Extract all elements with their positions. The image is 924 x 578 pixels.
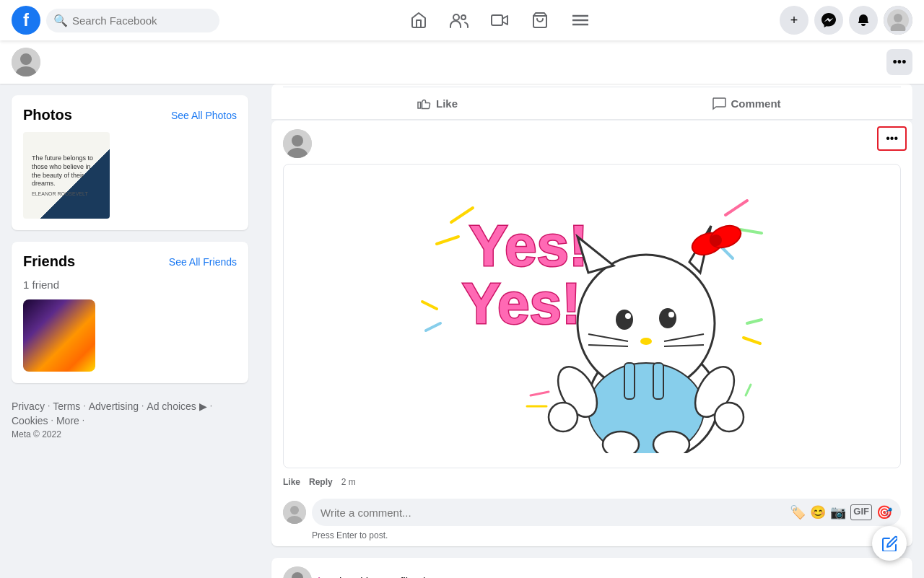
compose-fab[interactable] [872,526,907,561]
svg-rect-2 [492,15,502,25]
svg-line-24 [747,320,762,323]
next-post-three-dot[interactable]: ••• [887,574,901,579]
emoji-icon[interactable]: 😊 [810,504,826,520]
like-action-button[interactable]: Like [283,90,592,116]
footer-cookies[interactable]: Cookies [12,415,48,426]
svg-line-23 [426,323,440,330]
see-all-friends-link[interactable]: See All Friends [169,256,237,268]
friends-nav-button[interactable] [442,3,476,38]
footer-privacy[interactable]: Privacy [12,400,45,412]
comment-input[interactable] [321,507,790,519]
menu-nav-button[interactable] [563,3,598,38]
comment-action-button[interactable]: Comment [592,90,901,116]
svg-text:Yes!: Yes! [462,271,581,336]
profile-mini-avatar[interactable] [12,48,40,76]
nav-left: f 🔍 [12,6,219,35]
footer-ad-choices[interactable]: Ad choices ▶ [147,400,206,412]
footer-dot-6: · [82,415,84,426]
comment-like-link[interactable]: Like [283,477,300,487]
press-enter-hint: Press Enter to post. [271,529,912,546]
like-label: Like [436,97,458,110]
photo-quote-text: The future belongs to those who believe … [32,154,101,188]
friends-title: Friends [23,253,75,270]
comment-input-icons: 🏷️ 😊 📷 GIF 🎯 [790,504,892,520]
svg-line-53 [531,392,549,395]
footer-dot-4: · [210,400,212,412]
messenger-button[interactable] [814,6,843,35]
action-bar-inner: Like Comment [283,87,901,116]
comment-input-row: 🏷️ 😊 📷 GIF 🎯 [271,493,912,529]
search-icon: 🔍 [53,14,68,27]
sticker-icon[interactable]: 🏷️ [790,504,806,520]
friends-card: Friends See All Friends 1 friend [12,242,248,383]
footer-dot-2: · [83,400,85,412]
svg-line-22 [422,302,437,309]
svg-line-25 [744,338,760,343]
svg-point-12 [20,53,32,65]
next-post-name[interactable]: | [318,575,321,579]
svg-point-15 [292,135,303,146]
post-avatar[interactable] [283,129,312,158]
profile-header-more-button[interactable]: ••• [886,49,912,75]
footer-more[interactable]: More [56,415,79,426]
comment-actions: Like Reply 2 m [271,474,912,493]
right-feed: Like Comment ••• [260,84,924,578]
photo-thumbnail[interactable]: The future belongs to those who believe … [23,132,110,219]
camera-icon[interactable]: 📷 [830,504,846,520]
next-post-card: | updated her profile picture. ••• [271,558,912,578]
left-sidebar: Photos See All Photos The future belongs… [0,84,260,578]
main-content: Photos See All Photos The future belongs… [0,84,924,578]
comment-reply-link[interactable]: Reply [309,477,333,487]
friend-thumbnail[interactable] [23,299,95,372]
svg-point-50 [715,403,744,432]
footer-terms[interactable]: Terms [53,400,80,412]
action-bar: Like Comment [271,84,912,119]
friends-count: 1 friend [23,279,237,291]
comment-input-box: 🏷️ 😊 📷 GIF 🎯 [312,499,901,526]
post-header: ••• [271,121,912,158]
footer-advertising[interactable]: Advertising [89,400,139,412]
svg-line-19 [725,201,747,215]
attachment-icon[interactable]: 🎯 [876,504,892,520]
nav-right: + [780,6,912,35]
svg-point-35 [616,310,633,330]
photo-thumb-inner: The future belongs to those who believe … [23,132,110,219]
footer-dot-5: · [51,415,53,426]
svg-rect-46 [653,363,663,399]
svg-rect-45 [624,363,635,399]
home-nav-button[interactable] [401,3,436,38]
svg-point-36 [659,308,676,328]
svg-line-55 [746,385,751,395]
video-nav-button[interactable] [482,3,517,38]
marketplace-nav-button[interactable] [523,3,557,38]
notifications-button[interactable] [849,6,878,35]
photo-grid: The future belongs to those who believe … [23,132,237,219]
photos-card: Photos See All Photos The future belongs… [12,95,248,230]
footer-dot-1: · [48,400,50,412]
sticker-container: Yes! Yes! [271,158,912,474]
svg-point-52 [653,432,689,453]
comment-label: Comment [731,97,780,110]
sticker-box: Yes! Yes! [283,164,901,468]
search-container: 🔍 [46,9,219,32]
svg-point-9 [894,14,902,22]
profile-avatar-nav[interactable] [884,6,912,35]
svg-point-48 [549,403,578,432]
friends-card-header: Friends See All Friends [23,253,237,270]
see-all-photos-link[interactable]: See All Photos [171,110,237,121]
add-button[interactable]: + [780,6,808,35]
photos-card-header: Photos See All Photos [23,107,237,123]
next-post-header: | updated her profile picture. ••• [271,558,912,578]
svg-point-51 [603,432,639,453]
post-three-dot-button[interactable]: ••• [877,126,907,151]
comment-input-avatar [283,501,306,524]
svg-point-39 [640,338,652,345]
footer: Privacy · Terms · Advertising · Ad choic… [12,395,248,445]
svg-line-20 [740,229,762,233]
facebook-logo[interactable]: f [12,6,40,35]
top-navigation: f 🔍 + [0,0,924,40]
search-input[interactable] [46,9,219,32]
sticker-post-card: ••• [271,121,912,546]
next-post-avatar[interactable] [283,566,312,578]
gif-icon[interactable]: GIF [850,504,872,520]
